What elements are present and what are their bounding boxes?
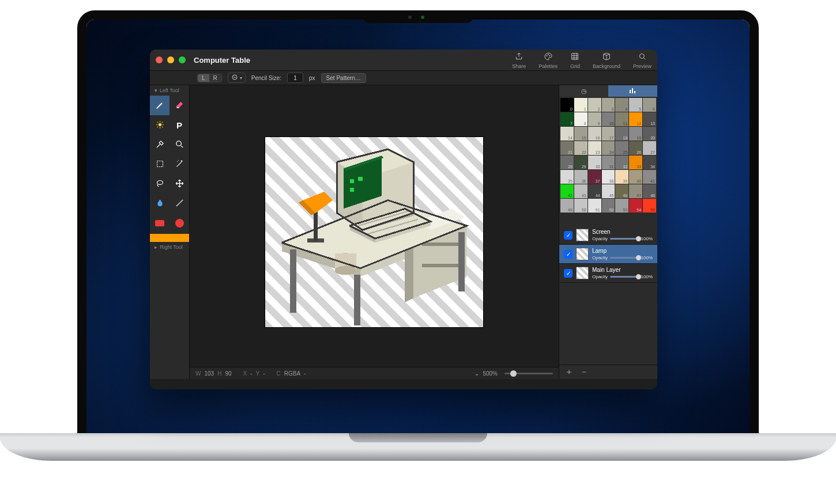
- tool-blur[interactable]: [150, 194, 170, 213]
- palette-swatch-33[interactable]: 33: [629, 156, 642, 169]
- palette-swatch-10[interactable]: 10: [602, 112, 615, 126]
- palette-swatch-1[interactable]: 1: [574, 98, 588, 112]
- palette-swatch-37[interactable]: 37: [588, 170, 601, 184]
- share-button[interactable]: Share: [512, 52, 526, 69]
- tab-stats[interactable]: [608, 85, 657, 97]
- tool-eyedropper[interactable]: [150, 135, 170, 154]
- tool-magic-wand[interactable]: [170, 154, 189, 174]
- palette-swatch-41[interactable]: 41: [643, 170, 656, 184]
- preview-button[interactable]: Preview: [633, 52, 652, 69]
- left-tool-header[interactable]: ▾Left Tool: [150, 85, 189, 96]
- layer-row[interactable]: ✓Main LayerOpacity100%: [559, 264, 657, 283]
- layer-row[interactable]: ✓ScreenOpacity100%: [559, 226, 657, 245]
- palette-swatch-13[interactable]: 13: [643, 112, 656, 126]
- opacity-slider[interactable]: [610, 276, 638, 278]
- palette-swatch-25[interactable]: 25: [615, 141, 628, 155]
- tool-fill-rect[interactable]: [150, 213, 170, 233]
- opacity-slider[interactable]: [610, 238, 638, 240]
- palette-swatch-35[interactable]: 35: [560, 170, 574, 184]
- palette-swatch-48[interactable]: 48: [643, 184, 656, 198]
- palette-swatch-16[interactable]: 16: [588, 127, 601, 141]
- tab-recent[interactable]: ◷: [559, 85, 608, 97]
- palette-swatch-44[interactable]: 44: [588, 184, 601, 198]
- palette-swatch-39[interactable]: 39: [615, 170, 628, 184]
- opacity-slider[interactable]: [610, 257, 638, 259]
- zoom-button[interactable]: [179, 56, 186, 63]
- canvas[interactable]: [265, 137, 484, 328]
- palette-swatch-50[interactable]: 50: [574, 199, 588, 213]
- palette-swatch-14[interactable]: 14: [560, 127, 574, 141]
- add-layer-button[interactable]: ＋: [565, 367, 573, 377]
- palette-swatch-9[interactable]: 9: [588, 112, 601, 126]
- tool-line[interactable]: [170, 194, 189, 213]
- palette-swatch-21[interactable]: 21: [560, 141, 574, 155]
- lr-right[interactable]: R: [209, 74, 221, 82]
- palettes-button[interactable]: Palettes: [538, 52, 558, 69]
- tool-move[interactable]: [170, 174, 189, 194]
- palette-swatch-46[interactable]: 46: [615, 184, 628, 198]
- palette-swatch-24[interactable]: 24: [602, 141, 615, 155]
- brush-shape-dropdown[interactable]: ▾: [228, 73, 246, 83]
- remove-layer-button[interactable]: －: [580, 367, 588, 377]
- tool-zoom[interactable]: [170, 135, 189, 154]
- pencil-size-input[interactable]: [287, 73, 303, 83]
- palette-swatch-42[interactable]: 42: [560, 184, 574, 198]
- palette-swatch-45[interactable]: 45: [602, 184, 615, 198]
- palette-swatch-17[interactable]: 17: [602, 127, 615, 141]
- palette-swatch-11[interactable]: 11: [615, 112, 628, 126]
- palette-swatch-7[interactable]: 7: [560, 112, 574, 126]
- grid-button[interactable]: Grid: [570, 52, 580, 69]
- tool-pencil[interactable]: [150, 96, 170, 115]
- tool-eraser[interactable]: [170, 96, 189, 115]
- minimize-button[interactable]: [167, 56, 174, 63]
- palette-swatch-32[interactable]: 32: [615, 156, 628, 169]
- right-tool-header[interactable]: ▸Right Tool: [150, 242, 189, 252]
- palette-swatch-49[interactable]: 49: [560, 199, 574, 213]
- palette-swatch-22[interactable]: 22: [574, 141, 588, 155]
- palette-swatch-26[interactable]: 26: [629, 141, 642, 155]
- palette-swatch-30[interactable]: 30: [588, 156, 601, 169]
- palette-swatch-3[interactable]: 3: [602, 98, 615, 112]
- set-pattern-button[interactable]: Set Pattern…: [321, 73, 366, 83]
- palette-swatch-51[interactable]: 51: [588, 199, 601, 213]
- palette-swatch-2[interactable]: 2: [588, 98, 601, 112]
- palette-swatch-47[interactable]: 47: [629, 184, 642, 198]
- palette-swatch-27[interactable]: 27: [643, 141, 656, 155]
- palette-swatch-4[interactable]: 4: [615, 98, 628, 112]
- palette-swatch-18[interactable]: 18: [615, 127, 628, 141]
- palette-swatch-43[interactable]: 43: [574, 184, 588, 198]
- palette-swatch-8[interactable]: 8: [574, 112, 588, 126]
- palette-swatch-12[interactable]: 12: [629, 112, 642, 126]
- primary-color-swatch[interactable]: [150, 234, 189, 242]
- layer-row[interactable]: ✓LampOpacity100%: [559, 245, 657, 264]
- zoom-chevron-icon[interactable]: ⌄: [475, 370, 479, 377]
- tool-highlight[interactable]: [150, 115, 170, 135]
- tool-text[interactable]: P: [170, 115, 189, 135]
- palette-swatch-20[interactable]: 20: [643, 127, 656, 141]
- background-button[interactable]: Background: [593, 52, 620, 69]
- palette-swatch-6[interactable]: 6: [643, 98, 656, 112]
- palette-swatch-54[interactable]: 54: [629, 199, 642, 213]
- layer-visible-checkbox[interactable]: ✓: [564, 269, 573, 278]
- palette-swatch-15[interactable]: 15: [574, 127, 588, 141]
- palette-swatch-29[interactable]: 29: [574, 156, 588, 169]
- layer-visible-checkbox[interactable]: ✓: [564, 250, 573, 259]
- tool-lasso[interactable]: [150, 174, 170, 194]
- palette-swatch-52[interactable]: 52: [602, 199, 615, 213]
- palette-swatch-53[interactable]: 53: [615, 199, 628, 213]
- close-button[interactable]: [156, 56, 163, 63]
- tool-fill-ellipse[interactable]: [170, 213, 189, 233]
- palette-swatch-0[interactable]: 0: [560, 98, 574, 112]
- zoom-slider[interactable]: [504, 373, 553, 374]
- palette-swatch-38[interactable]: 38: [602, 170, 615, 184]
- palette-swatch-31[interactable]: 31: [602, 156, 615, 169]
- palette-swatch-40[interactable]: 40: [629, 170, 642, 184]
- palette-swatch-23[interactable]: 23: [588, 141, 601, 155]
- layer-visible-checkbox[interactable]: ✓: [564, 231, 573, 240]
- palette-swatch-55[interactable]: 55: [643, 199, 656, 213]
- palette-swatch-5[interactable]: 5: [629, 98, 642, 112]
- lr-left[interactable]: L: [198, 74, 209, 82]
- palette-swatch-28[interactable]: 28: [560, 156, 574, 169]
- palette-swatch-19[interactable]: 19: [629, 127, 642, 141]
- lr-segmented[interactable]: L R: [197, 74, 222, 82]
